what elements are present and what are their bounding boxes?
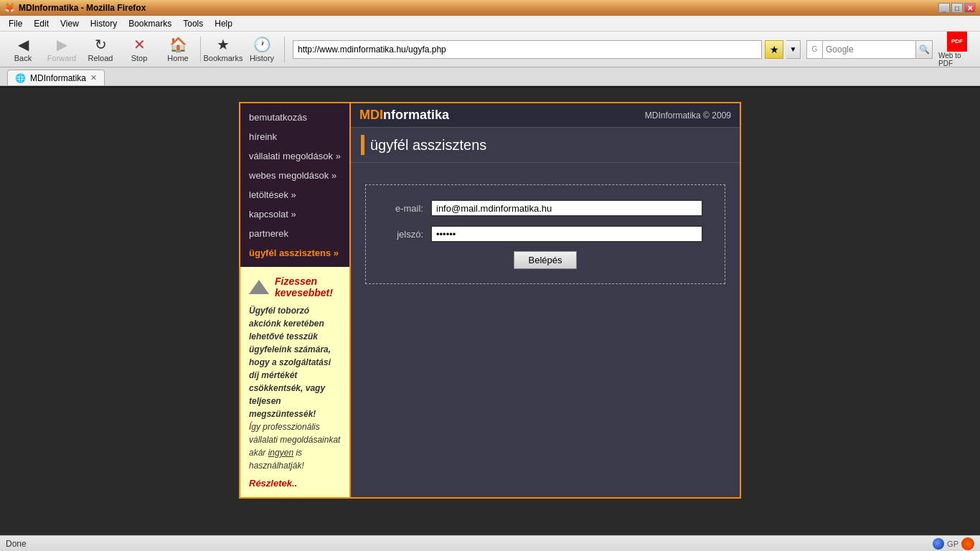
status-icons: GP: [933, 537, 974, 550]
site-logo: MDInformatika: [359, 108, 449, 123]
home-button[interactable]: 🏠 Home: [159, 34, 197, 65]
toolbar-separator: [200, 37, 201, 62]
webtopdf-button[interactable]: PDF Web to PDF: [938, 32, 976, 67]
toolbar: ◀ Back ▶ Forward ↻ Reload ✕ Stop 🏠 Home …: [0, 32, 980, 67]
logo-rest: nformatika: [383, 108, 449, 122]
menu-history[interactable]: History: [85, 17, 123, 30]
back-label: Back: [14, 54, 32, 62]
promo-title: Fizessen kevesebbet!: [275, 276, 341, 298]
history-icon: 🕐: [253, 36, 271, 53]
nav-vallalati[interactable]: vállalati megoldások »: [240, 146, 349, 166]
promo-header: Fizessen kevesebbet!: [249, 276, 341, 298]
tab-favicon: 🌐: [15, 73, 26, 83]
pyramid-icon: [249, 280, 269, 294]
google-label: G: [806, 40, 822, 59]
email-label: e-mail:: [387, 203, 423, 214]
close-button[interactable]: ✕: [964, 3, 976, 13]
status-text: Done: [6, 539, 27, 549]
site-header: MDInformatika MDInformatika © 2009: [351, 103, 740, 128]
right-column: MDInformatika MDInformatika © 2009 ügyfé…: [351, 102, 741, 499]
site-copyright: MDInformatika © 2009: [645, 110, 731, 121]
email-input[interactable]: [430, 199, 703, 217]
promo-box: Fizessen kevesebbet! Ügyfél toborzó akci…: [240, 267, 349, 497]
promo-text: Ügyfél toborzó akciónk keretében lehetőv…: [249, 304, 341, 472]
back-icon: ◀: [18, 36, 29, 53]
nav-bemutatkozas[interactable]: bemutatkozás: [240, 108, 349, 127]
login-form: e-mail: jelszó: Belépés: [365, 184, 725, 284]
page-title: ügyfél asszisztens: [370, 137, 486, 154]
password-row: jelszó:: [387, 225, 703, 242]
submit-button[interactable]: Belépés: [514, 251, 578, 269]
submit-row: Belépés: [387, 251, 703, 269]
menu-bookmarks[interactable]: Bookmarks: [123, 17, 177, 30]
forward-icon: ▶: [57, 36, 67, 53]
history-button[interactable]: 🕐 History: [243, 34, 281, 65]
titlebar-text: MDInformatika - Mozilla Firefox: [19, 3, 146, 13]
tab-title: MDInformatika: [30, 73, 86, 83]
gp-label: GP: [947, 540, 958, 548]
stop-icon: ✕: [133, 36, 146, 53]
tab-mdinformatika[interactable]: 🌐 MDInformatika ✕: [7, 70, 105, 85]
forward-label: Forward: [47, 54, 76, 62]
history-label: History: [250, 54, 274, 62]
firefox-icon: 🦊: [4, 3, 15, 13]
nav-webes[interactable]: webes megoldások »: [240, 166, 349, 185]
menu-tools[interactable]: Tools: [177, 17, 209, 30]
webtopdf-label: Web to PDF: [938, 52, 976, 67]
nav-kapcsolat[interactable]: kapcsolat »: [240, 204, 349, 224]
toolbar-separator-2: [284, 37, 285, 62]
nav-hireink[interactable]: híreink: [240, 127, 349, 146]
promo-underline: ingyen: [268, 448, 293, 458]
nav-ugyfel[interactable]: ügyfél asszisztens »: [240, 243, 349, 263]
address-input[interactable]: [293, 40, 762, 59]
tab-close-button[interactable]: ✕: [90, 73, 97, 83]
firefox-status-icon: [961, 537, 974, 550]
form-area: e-mail: jelszó: Belépés: [351, 163, 740, 497]
nav-partnerek[interactable]: partnerek: [240, 224, 349, 243]
nav-letoltesek[interactable]: letöltések »: [240, 185, 349, 204]
site-layout: bemutatkozás híreink vállalati megoldáso…: [239, 102, 741, 499]
orange-accent-bar: [361, 135, 364, 155]
titlebar-title: 🦊 MDInformatika - Mozilla Firefox: [4, 3, 146, 13]
menu-view[interactable]: View: [55, 17, 85, 30]
menubar: File Edit View History Bookmarks Tools H…: [0, 16, 980, 32]
home-icon: 🏠: [169, 36, 187, 53]
promo-link[interactable]: Részletek..: [249, 478, 341, 489]
back-button[interactable]: ◀ Back: [4, 34, 42, 65]
home-label: Home: [167, 54, 188, 62]
maximize-button[interactable]: □: [951, 3, 963, 13]
webtopdf-icon: PDF: [947, 32, 967, 52]
reload-label: Reload: [88, 54, 113, 62]
reload-icon: ↻: [95, 36, 107, 53]
promo-body-italic: Ügyfél toborzó akciónk keretében lehetőv…: [249, 306, 331, 419]
stop-label: Stop: [131, 54, 148, 62]
titlebar-controls: _ □ ✕: [938, 3, 976, 13]
password-input[interactable]: [430, 225, 703, 242]
site-container: bemutatkozás híreink vállalati megoldáso…: [239, 102, 741, 521]
bookmark-star-button[interactable]: ★: [765, 40, 783, 59]
stop-button[interactable]: ✕ Stop: [121, 34, 158, 65]
statusbar: Done GP: [0, 535, 980, 551]
window-titlebar: 🦊 MDInformatika - Mozilla Firefox _ □ ✕: [0, 0, 980, 16]
content-area: bemutatkozás híreink vállalati megoldáso…: [0, 88, 980, 535]
google-search-box: G 🔍: [806, 40, 933, 59]
minimize-button[interactable]: _: [938, 3, 950, 13]
bookmarks-icon: ★: [217, 36, 230, 53]
menu-edit[interactable]: Edit: [28, 17, 55, 30]
go-dropdown-button[interactable]: ▼: [786, 40, 801, 59]
address-bar: ★ ▼: [293, 40, 801, 59]
menu-help[interactable]: Help: [209, 17, 238, 30]
google-search-button[interactable]: 🔍: [915, 40, 933, 59]
page-title-bar: ügyfél asszisztens: [351, 128, 740, 163]
logo-mdi: MDI: [359, 108, 383, 122]
tabbar: 🌐 MDInformatika ✕: [0, 67, 980, 86]
left-column: bemutatkozás híreink vállalati megoldáso…: [239, 102, 351, 499]
forward-button[interactable]: ▶ Forward: [43, 34, 80, 65]
bookmarks-label: Bookmarks: [203, 54, 242, 62]
menu-file[interactable]: File: [3, 17, 28, 30]
bookmarks-button[interactable]: ★ Bookmarks: [204, 34, 242, 65]
google-search-input[interactable]: [822, 40, 915, 59]
password-label: jelszó:: [387, 229, 423, 240]
globe-status-icon: [933, 538, 944, 550]
reload-button[interactable]: ↻ Reload: [82, 34, 119, 65]
